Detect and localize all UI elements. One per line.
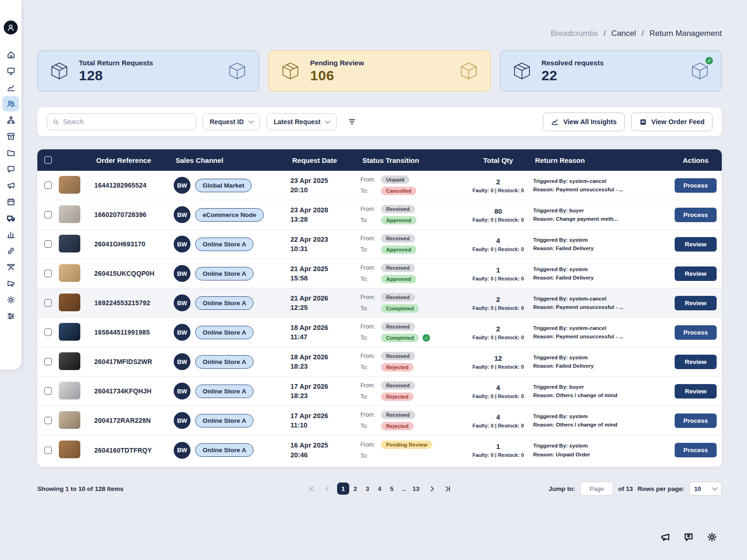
row-action-button[interactable]: Process	[675, 443, 717, 457]
row-checkbox[interactable]	[44, 182, 52, 189]
sidebar-item-announcements[interactable]	[2, 178, 19, 193]
column-status-transition: Status Transition	[360, 156, 463, 164]
table-row: 2004172RAR228N BW Online Store A 17 Apr …	[37, 406, 722, 435]
sort-dropdown[interactable]: Latest Request	[267, 113, 337, 130]
request-id-filter-dropdown[interactable]: Request ID	[203, 113, 260, 130]
row-checkbox[interactable]	[44, 211, 52, 218]
from-status-pill: Received	[381, 352, 415, 360]
sidebar-item-analytics[interactable]	[2, 80, 19, 95]
row-checkbox[interactable]	[44, 270, 52, 277]
users-icon	[7, 99, 15, 108]
page-button-13[interactable]: 13	[410, 483, 422, 495]
filter-button[interactable]	[343, 113, 361, 130]
previous-page-button[interactable]	[321, 483, 333, 495]
page-button-5[interactable]: 5	[386, 483, 398, 495]
breadcrumb-cancel-link[interactable]: Cancel	[611, 29, 636, 38]
to-label: To:	[360, 305, 377, 312]
row-checkbox[interactable]	[44, 329, 52, 336]
first-page-button[interactable]	[305, 483, 317, 495]
next-page-button[interactable]	[426, 483, 438, 495]
sidebar-item-preferences[interactable]	[2, 308, 19, 324]
row-action-button[interactable]: Process	[675, 178, 717, 193]
product-thumbnail	[59, 323, 80, 341]
from-label: From:	[360, 382, 377, 389]
sidebar-item-hierarchy[interactable]	[2, 112, 19, 128]
table-row: 16602070728396 BW eCommerce Node 23 Apr …	[37, 200, 722, 230]
row-checkbox[interactable]	[44, 387, 52, 395]
card-pending-review: Pending Review 106	[268, 50, 490, 91]
sidebar-item-returns-active[interactable]	[2, 96, 19, 112]
status-transition: From: Pending Review To: ✓	[360, 441, 463, 460]
row-action-button[interactable]: Process	[675, 325, 717, 340]
last-page-button[interactable]	[442, 483, 454, 495]
page-button-3[interactable]: 3	[361, 483, 374, 495]
sales-channel-pill: Online Store A	[195, 296, 254, 310]
row-checkbox[interactable]	[44, 240, 52, 248]
row-action-button[interactable]: Process	[675, 208, 717, 222]
summary-cards: Total Return Requests 128 Pending Review…	[37, 50, 722, 91]
select-all-checkbox[interactable]	[44, 156, 52, 164]
status-transition: From: Unpaid To: Cancelled ✓	[360, 175, 463, 195]
channel-avatar: BW	[174, 265, 190, 282]
sidebar-item-shipping[interactable]	[2, 210, 19, 226]
sidebar-item-settings[interactable]	[2, 292, 19, 308]
rows-per-page-select[interactable]: 10	[689, 482, 722, 496]
sidebar-item-calendar[interactable]	[2, 194, 19, 210]
page-button-4[interactable]: 4	[374, 483, 386, 495]
row-checkbox[interactable]	[44, 299, 52, 307]
package-icon	[458, 60, 480, 82]
from-status-pill: Received	[381, 411, 415, 419]
card-resolved-requests: Resolved requests 22 ✓	[500, 50, 722, 91]
person-icon	[7, 23, 15, 32]
sidebar-item-desktop[interactable]	[2, 63, 19, 79]
search-input[interactable]	[63, 118, 190, 126]
order-reference: 2004172RAR228N	[94, 417, 174, 424]
jump-to-page-input[interactable]	[580, 482, 613, 496]
gear-icon	[707, 532, 717, 542]
sidebar-item-team[interactable]	[2, 259, 19, 275]
to-status-pill: Approved	[381, 275, 416, 283]
from-status-pill: Received	[381, 264, 415, 272]
view-order-feed-button[interactable]: View Order Feed	[631, 112, 712, 131]
row-action-button[interactable]: Review	[675, 266, 717, 281]
announce-button[interactable]	[659, 531, 671, 543]
table-row: 260417MFIDS2WR BW Online Store A 18 Apr …	[37, 347, 722, 377]
status-transition: From: Received To: Rejected ✓	[360, 411, 463, 430]
user-avatar[interactable]	[4, 21, 18, 35]
page-button-1[interactable]: 1	[337, 483, 349, 495]
table-row: 165844511991985 BW Online Store A 18 Apr…	[37, 318, 722, 347]
row-checkbox[interactable]	[44, 447, 52, 454]
table-row: 16441282965524 BW Global Market 23 Apr 2…	[37, 171, 722, 200]
sidebar-item-home[interactable]	[2, 47, 19, 63]
sidebar-item-reports[interactable]	[2, 227, 19, 242]
page-button-2[interactable]: 2	[349, 483, 361, 495]
channel-avatar: BW	[174, 383, 190, 399]
table-row: 260415UKCQQP0H BW Online Store A 21 Apr …	[37, 259, 722, 288]
sidebar-item-documents[interactable]	[2, 145, 19, 161]
row-action-button[interactable]: Process	[675, 413, 717, 428]
sidebar-item-campaigns[interactable]	[2, 276, 19, 291]
sidebar	[0, 0, 21, 370]
row-action-button[interactable]: Review	[675, 296, 717, 310]
request-date: 18 Apr 2026 18:23	[290, 352, 360, 371]
support-chat-button[interactable]	[683, 531, 695, 543]
product-thumbnail	[59, 411, 80, 429]
sidebar-item-integrations[interactable]	[2, 243, 19, 259]
row-action-button[interactable]: Review	[675, 355, 717, 369]
total-qty: 12 Faulty: 0 | Restock: 0	[463, 354, 533, 370]
view-all-insights-button[interactable]: View All Insights	[543, 112, 624, 131]
request-date: 23 Apr 2028 13:28	[290, 205, 360, 224]
sidebar-item-archive[interactable]	[2, 129, 19, 144]
card-total-return-requests: Total Return Requests 128	[37, 50, 259, 91]
from-label: From:	[360, 294, 377, 301]
row-checkbox[interactable]	[44, 417, 52, 424]
settings-button[interactable]	[706, 531, 718, 543]
sidebar-item-messages[interactable]	[2, 161, 19, 177]
row-action-button[interactable]: Review	[675, 384, 717, 399]
total-qty: 1 Faulty: 0 | Restock: 0	[463, 266, 533, 281]
row-action-button[interactable]: Review	[675, 237, 717, 252]
breadcrumb-separator: /	[604, 29, 606, 38]
from-status-pill: Pending Review	[381, 441, 432, 449]
row-checkbox[interactable]	[44, 358, 52, 365]
column-request-date: Request Date	[290, 156, 360, 164]
